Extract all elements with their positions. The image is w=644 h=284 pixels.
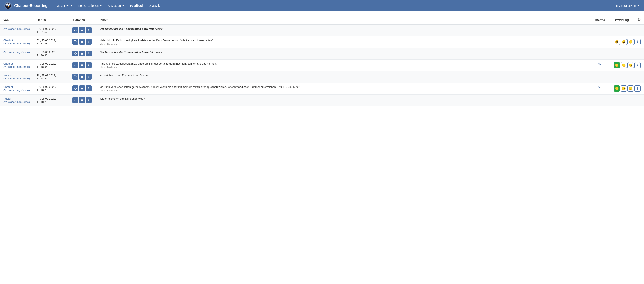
count-button[interactable]: 0	[86, 85, 92, 91]
timestamp: Fri, 25.03.2022, 11:18:28	[34, 95, 69, 106]
timestamp: Fri, 25.03.2022, 11:21:38	[34, 36, 69, 48]
tag-button[interactable]	[72, 39, 78, 45]
happy-rating-btn[interactable]: 😊	[614, 39, 620, 45]
table-row: Chatbot (VersicherungsDemo)Fri, 25.03.20…	[0, 36, 644, 48]
action-buttons: 0	[72, 85, 93, 91]
message-content: Ich möchte meine Zugangsdaten ändern.	[96, 71, 589, 83]
rating-buttons: 😊😐😞ℹ	[614, 62, 641, 68]
star-button[interactable]	[79, 62, 85, 68]
action-buttons: 0	[72, 51, 93, 56]
sender-link[interactable]: Chatbot (VersicherungsDemo)	[3, 39, 30, 45]
message-content: Ich kann versuchen Ihnen gerne weiter zu…	[96, 83, 589, 95]
sender-link[interactable]: (VersicherungsDemo)	[3, 27, 30, 30]
tag-button[interactable]	[72, 27, 78, 33]
star-button[interactable]	[79, 51, 85, 56]
timestamp: Fri, 25.03.2022, 11:21:52	[34, 25, 69, 36]
svg-marker-18	[81, 76, 83, 78]
chevron-down-icon: ▼	[638, 5, 640, 7]
table-row: Nutzer (VersicherungsDemo)Fri, 25.03.202…	[0, 95, 644, 106]
user-menu[interactable]: service@kauz.net ▼	[615, 4, 640, 7]
happy-rating-btn[interactable]: 😊	[614, 85, 620, 92]
count-button[interactable]: 0	[86, 39, 92, 45]
tag-button[interactable]	[72, 85, 78, 91]
neutral-rating-btn[interactable]: 😐	[620, 39, 627, 45]
nav-feedback[interactable]: Feedback	[128, 2, 146, 9]
sender-link[interactable]: Nutzer (VersicherungsDemo)	[3, 74, 30, 80]
svg-marker-22	[81, 99, 83, 101]
neutral-rating-btn[interactable]: 😐	[620, 85, 627, 92]
rating-cell: 😊😐😞ℹ	[610, 83, 644, 95]
col-header-intentid: IntentId	[589, 16, 610, 25]
star-button[interactable]	[79, 27, 85, 33]
tag-button[interactable]	[72, 97, 78, 103]
action-buttons: 0	[72, 62, 93, 68]
rating-buttons: 😊😐😞ℹ	[614, 39, 641, 45]
count-button[interactable]: 0	[86, 27, 92, 33]
action-buttons: 0	[72, 27, 93, 33]
feedback-table-container: Von Datum Aktionen Inhalt IntentId Bewer…	[0, 16, 644, 106]
star-button[interactable]	[79, 74, 85, 80]
col-header-bewertung: Bewertung ⚙	[610, 16, 644, 25]
info-rating-btn[interactable]: ℹ	[634, 62, 641, 68]
col-header-datum: Datum	[34, 16, 69, 25]
message-content: Der Nutzer hat die Konversation bewertet…	[96, 25, 589, 36]
sender-link[interactable]: Chatbot (VersicherungsDemo)	[3, 62, 30, 68]
table-row: (VersicherungsDemo)Fri, 25.03.2022, 11:2…	[0, 25, 644, 36]
modul-label: Modul: Basis-Modul	[100, 89, 586, 92]
nav-statistik[interactable]: Statistik	[147, 2, 162, 9]
sender-link[interactable]: (VersicherungsDemo)	[3, 51, 30, 54]
settings-gear-icon[interactable]: ⚙	[637, 18, 641, 22]
modul-label: Modul: Basis-Modul	[100, 66, 586, 69]
sad-rating-btn[interactable]: 😞	[628, 62, 634, 68]
timestamp: Fri, 25.03.2022, 11:18:28	[34, 83, 69, 95]
table-row: (VersicherungsDemo)Fri, 25.03.2022, 11:2…	[0, 48, 644, 60]
svg-point-8	[8, 6, 9, 7]
neutral-rating-btn[interactable]: 😐	[620, 62, 627, 68]
nav-master[interactable]: Master 👁 ▼	[54, 2, 75, 9]
message-content: Wie erreiche ich den Kundenservice?	[96, 95, 589, 106]
action-buttons: 0	[72, 39, 93, 45]
intent-id	[589, 25, 610, 36]
rating-buttons: 😊😐😞ℹ	[614, 85, 641, 92]
brand: Chatbot-Reporting	[4, 2, 48, 10]
timestamp: Fri, 25.03.2022, 11:18:56	[34, 71, 69, 83]
happy-rating-btn[interactable]: 😊	[614, 62, 620, 68]
message-content: Hallo! Ich bin Karin, die digitale Assis…	[96, 36, 589, 48]
rating-cell	[610, 48, 644, 60]
feedback-table: Von Datum Aktionen Inhalt IntentId Bewer…	[0, 16, 644, 106]
col-header-aktionen: Aktionen	[69, 16, 96, 25]
tag-button[interactable]	[72, 74, 78, 80]
nav-konversationen[interactable]: Konversationen ▼	[76, 2, 104, 9]
tag-button[interactable]	[72, 62, 78, 68]
navbar-nav: Master 👁 ▼ Konversationen ▼ Aussagen ▼ F…	[54, 2, 615, 9]
info-rating-btn[interactable]: ℹ	[634, 39, 641, 45]
table-row: Chatbot (VersicherungsDemo)Fri, 25.03.20…	[0, 83, 644, 95]
chevron-down-icon: ▼	[100, 5, 102, 7]
star-button[interactable]	[79, 97, 85, 103]
svg-marker-16	[81, 64, 83, 66]
nav-aussagen[interactable]: Aussagen ▼	[105, 2, 127, 9]
timestamp: Fri, 25.03.2022, 11:18:56	[34, 60, 69, 71]
intent-id	[589, 36, 610, 48]
star-button[interactable]	[79, 39, 85, 45]
col-header-inhalt: Inhalt	[96, 16, 589, 25]
sender-link[interactable]: Chatbot (VersicherungsDemo)	[3, 85, 30, 92]
intent-id: 59	[589, 60, 610, 71]
message-content: Falls Sie ihre Zugangsdaten zu unserem K…	[96, 60, 589, 71]
count-button[interactable]: 0	[86, 74, 92, 80]
svg-marker-20	[81, 87, 83, 89]
count-button[interactable]: 0	[86, 62, 92, 68]
rating-cell	[610, 95, 644, 106]
rating-cell: 😊😐😞ℹ	[610, 36, 644, 48]
sad-rating-btn[interactable]: 😞	[628, 85, 634, 92]
star-button[interactable]	[79, 85, 85, 91]
svg-marker-14	[81, 52, 83, 55]
sad-rating-btn[interactable]: 😞	[628, 39, 634, 45]
count-button[interactable]: 0	[86, 97, 92, 103]
count-button[interactable]: 0	[86, 51, 92, 56]
tag-button[interactable]	[72, 51, 78, 56]
intent-id	[589, 71, 610, 83]
info-rating-btn[interactable]: ℹ	[634, 85, 641, 92]
message-content: Der Nutzer hat die Konversation bewertet…	[96, 48, 589, 60]
sender-link[interactable]: Nutzer (VersicherungsDemo)	[3, 97, 30, 103]
